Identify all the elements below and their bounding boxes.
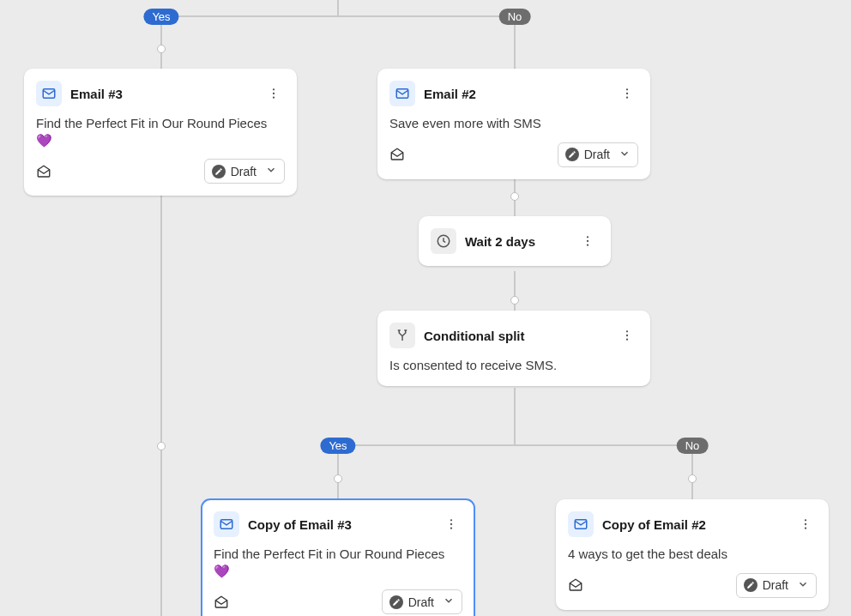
- svg-point-10: [587, 240, 588, 242]
- svg-point-13: [626, 335, 628, 336]
- svg-point-7: [626, 97, 628, 99]
- status-label: Draft: [408, 595, 434, 609]
- wait-card[interactable]: Wait 2 days: [419, 216, 611, 266]
- more-button[interactable]: [576, 230, 599, 252]
- envelope-open-icon: [389, 147, 405, 162]
- svg-point-3: [273, 97, 275, 99]
- svg-point-22: [805, 528, 806, 529]
- email-icon: [36, 81, 62, 106]
- email-card-title: Email #2: [424, 87, 607, 101]
- svg-point-11: [587, 245, 588, 246]
- email-card-description: 4 ways to get the best deals: [568, 546, 817, 563]
- email-icon: [214, 511, 239, 537]
- email-card-email3[interactable]: Email #3 Find the Perfect Fit in Our Rou…: [24, 69, 297, 196]
- email-card-copy3[interactable]: Copy of Email #3 Find the Perfect Fit in…: [202, 499, 474, 616]
- split-card-title: Conditional split: [424, 329, 607, 343]
- split-icon: [389, 323, 415, 348]
- more-button[interactable]: [440, 513, 462, 535]
- status-dropdown[interactable]: Draft: [204, 159, 285, 184]
- status-dropdown[interactable]: Draft: [736, 573, 817, 598]
- chevron-down-icon: [265, 164, 277, 178]
- wait-card-title: Wait 2 days: [465, 234, 568, 249]
- envelope-open-icon: [214, 595, 229, 610]
- svg-point-16: [450, 519, 452, 521]
- email-card-title: Email #3: [70, 87, 254, 101]
- branch-label-yes: Yes: [143, 9, 178, 25]
- email-icon: [389, 81, 415, 106]
- svg-point-20: [805, 519, 806, 521]
- status-label: Draft: [584, 148, 610, 161]
- svg-point-9: [587, 236, 588, 238]
- svg-point-5: [626, 88, 628, 90]
- more-button[interactable]: [263, 82, 285, 105]
- svg-point-18: [450, 528, 452, 529]
- status-dropdown[interactable]: Draft: [382, 589, 462, 614]
- split-card[interactable]: Conditional split Is consented to receiv…: [377, 311, 650, 386]
- email-card-description: Save even more with SMS: [389, 115, 638, 132]
- email-icon: [568, 511, 594, 537]
- envelope-open-icon: [36, 164, 51, 179]
- more-button[interactable]: [616, 82, 638, 105]
- svg-point-1: [273, 88, 275, 90]
- email-card-title: Copy of Email #2: [602, 517, 786, 532]
- more-button[interactable]: [794, 513, 817, 535]
- email-card-description: Find the Perfect Fit in Our Round Pieces…: [214, 546, 462, 579]
- pencil-dot-icon: [565, 148, 579, 161]
- email-card-email2[interactable]: Email #2 Save even more with SMS Draft: [377, 69, 650, 179]
- branch-label-no: No: [499, 9, 531, 25]
- status-label: Draft: [231, 165, 257, 178]
- status-dropdown[interactable]: Draft: [558, 142, 638, 167]
- branch-label-yes-2: Yes: [320, 438, 355, 454]
- svg-point-12: [626, 330, 628, 332]
- pencil-dot-icon: [744, 578, 757, 592]
- email-card-description: Find the Perfect Fit in Our Round Pieces…: [36, 115, 285, 148]
- email-card-title: Copy of Email #3: [248, 517, 432, 532]
- clock-icon: [431, 228, 456, 254]
- chevron-down-icon: [797, 578, 809, 593]
- pencil-dot-icon: [389, 595, 403, 609]
- svg-point-6: [626, 93, 628, 94]
- chevron-down-icon: [443, 595, 455, 609]
- email-card-copy2[interactable]: Copy of Email #2 4 ways to get the best …: [556, 499, 829, 610]
- pencil-dot-icon: [212, 165, 226, 178]
- branch-label-no-2: No: [677, 438, 709, 454]
- svg-point-2: [273, 93, 275, 94]
- envelope-open-icon: [568, 577, 583, 593]
- svg-point-14: [626, 339, 628, 341]
- svg-point-21: [805, 523, 806, 525]
- status-label: Draft: [763, 578, 788, 592]
- split-card-description: Is consented to receive SMS.: [389, 357, 638, 374]
- svg-point-17: [450, 523, 452, 525]
- more-button[interactable]: [616, 324, 638, 347]
- chevron-down-icon: [619, 148, 631, 162]
